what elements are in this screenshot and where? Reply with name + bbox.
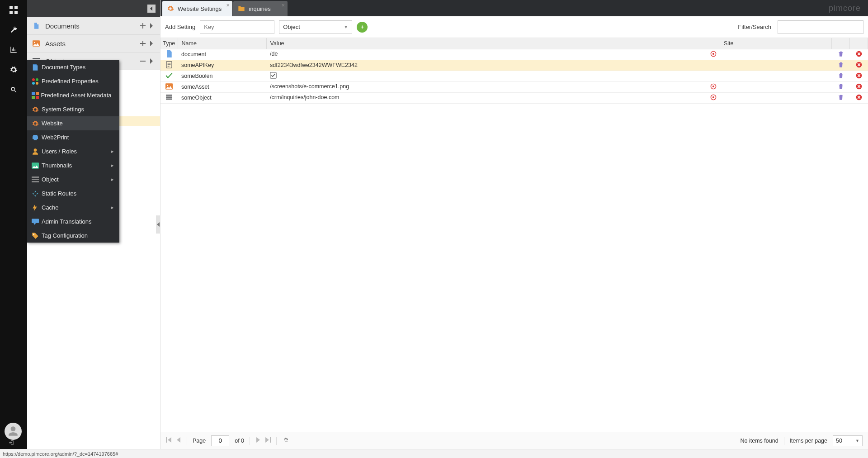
- settings-menu-item[interactable]: Predefined Properties: [27, 74, 119, 88]
- tag-icon: [32, 232, 42, 239]
- objects-collapse-button[interactable]: [140, 57, 146, 65]
- perpage-select[interactable]: 50 ▼: [833, 435, 863, 446]
- settings-menu-item[interactable]: Object▸: [27, 172, 119, 186]
- pager-last-button[interactable]: [265, 437, 271, 444]
- col-name[interactable]: Name: [178, 38, 266, 49]
- pager-refresh-button[interactable]: [282, 437, 288, 444]
- accordion-documents[interactable]: Documents: [27, 17, 160, 35]
- table-row[interactable]: someObject/crm/inquiries/john-doe.com: [160, 92, 868, 103]
- settings-menu-item[interactable]: Document Types: [27, 60, 119, 74]
- row-delete-button[interactable]: [856, 63, 862, 69]
- row-trash-button[interactable]: [838, 52, 844, 58]
- user-avatar[interactable]: [5, 423, 22, 440]
- main-area: Website Settings × inquiries × pimcore A…: [160, 0, 868, 449]
- pager-first-button[interactable]: [166, 437, 171, 444]
- documents-expand-button[interactable]: [149, 22, 155, 30]
- rail-gear-icon[interactable]: [0, 60, 27, 80]
- submenu-arrow-icon: ▸: [111, 148, 115, 154]
- rail-search-icon[interactable]: [0, 80, 27, 100]
- user-icon: [32, 148, 42, 155]
- svg-rect-20: [32, 179, 39, 180]
- target-icon[interactable]: [710, 83, 717, 91]
- collapse-panel-button[interactable]: [147, 5, 156, 13]
- table-row[interactable]: someAsset/screenshots/e-commerce1.png: [160, 81, 868, 92]
- assets-add-button[interactable]: [140, 40, 146, 48]
- objects-expand-button[interactable]: [149, 57, 155, 65]
- tab-close-button[interactable]: ×: [280, 3, 286, 8]
- svg-point-32: [167, 85, 168, 86]
- assets-expand-button[interactable]: [149, 40, 155, 48]
- pager-next-button[interactable]: [255, 437, 261, 444]
- type-select-value: Object: [283, 24, 300, 30]
- add-setting-button[interactable]: +: [357, 22, 368, 33]
- settings-menu-item[interactable]: Predefined Asset Metadata: [27, 88, 119, 102]
- main-nav-rail: [0, 0, 27, 449]
- row-delete-button[interactable]: [856, 52, 862, 58]
- settings-menu-item[interactable]: Cache▸: [27, 200, 119, 215]
- tab-inquiries[interactable]: inquiries ×: [233, 1, 288, 16]
- accordion-assets[interactable]: Assets: [27, 35, 160, 52]
- svg-rect-2: [9, 11, 13, 14]
- submenu-arrow-icon: ▸: [111, 205, 115, 210]
- rail-chart-icon[interactable]: [0, 40, 27, 60]
- brand-logo: pimcore: [829, 0, 861, 16]
- pager-prev-button[interactable]: [176, 437, 181, 444]
- target-icon[interactable]: [710, 51, 717, 58]
- menu-item-label: Web2Print: [42, 134, 111, 141]
- row-delete-button[interactable]: [856, 85, 862, 91]
- side-panel-header: [27, 0, 160, 17]
- row-delete-button[interactable]: [856, 95, 862, 102]
- row-trash-button[interactable]: [838, 85, 844, 91]
- svg-point-17: [34, 148, 37, 152]
- settings-table: Type Name Value Site document/de someAPI…: [160, 38, 868, 432]
- settings-menu-item[interactable]: Static Routes: [27, 186, 119, 200]
- filter-label: Filter/Search: [738, 24, 771, 30]
- target-icon[interactable]: [710, 94, 717, 102]
- rail-grid-icon[interactable]: [0, 0, 27, 20]
- settings-flyout-menu: Document TypesPredefined PropertiesPrede…: [27, 60, 119, 243]
- row-trash-button[interactable]: [838, 95, 844, 102]
- filter-input[interactable]: [778, 20, 863, 34]
- table-row[interactable]: someBoolen: [160, 71, 868, 81]
- svg-point-9: [32, 78, 35, 81]
- page-input[interactable]: [211, 435, 229, 446]
- row-trash-button[interactable]: [838, 74, 844, 80]
- col-site[interactable]: Site: [720, 38, 832, 49]
- key-input[interactable]: [200, 20, 274, 34]
- settings-menu-item[interactable]: Thumbnails▸: [27, 158, 119, 172]
- tab-close-button[interactable]: ×: [225, 3, 231, 8]
- logout-icon[interactable]: [8, 439, 14, 447]
- menu-item-label: System Settings: [42, 106, 111, 113]
- table-row[interactable]: document/de: [160, 49, 868, 60]
- accordion-assets-label: Assets: [45, 40, 140, 48]
- documents-icon: [33, 22, 42, 29]
- col-type[interactable]: Type: [160, 38, 178, 49]
- bolt-icon: [32, 204, 42, 211]
- chevron-down-icon: ▼: [344, 24, 348, 29]
- tab-label: inquiries: [249, 5, 270, 12]
- settings-menu-item[interactable]: System Settings: [27, 102, 119, 116]
- panel-grip[interactable]: [156, 215, 160, 234]
- row-delete-button[interactable]: [856, 74, 862, 80]
- menu-item-label: Admin Translations: [42, 218, 111, 225]
- row-trash-button[interactable]: [838, 63, 844, 69]
- menu-item-label: Tag Configuration: [42, 232, 111, 239]
- menu-item-label: Cache: [42, 204, 111, 211]
- table-row[interactable]: someAPIKeysdf22343wdfwe2342WWFWE2342: [160, 60, 868, 71]
- settings-menu-item[interactable]: Admin Translations: [27, 215, 119, 229]
- col-value[interactable]: Value: [266, 38, 720, 49]
- document-icon: [160, 50, 178, 57]
- check-icon: [160, 72, 178, 79]
- cell-name: someBoolen: [181, 73, 213, 79]
- documents-add-button[interactable]: [140, 22, 146, 30]
- settings-menu-item[interactable]: Tag Configuration: [27, 229, 119, 243]
- cell-value: sdf22343wdfwe2342WWFWE2342: [270, 62, 358, 68]
- tab-website-settings[interactable]: Website Settings ×: [162, 1, 232, 16]
- settings-menu-item[interactable]: Web2Print: [27, 130, 119, 144]
- settings-menu-item[interactable]: Website: [27, 116, 119, 130]
- settings-menu-item[interactable]: Users / Roles▸: [27, 144, 119, 158]
- text-icon: [160, 61, 178, 68]
- menu-item-label: Static Routes: [42, 190, 111, 197]
- type-select[interactable]: Object ▼: [279, 20, 352, 34]
- rail-wrench-icon[interactable]: [0, 20, 27, 40]
